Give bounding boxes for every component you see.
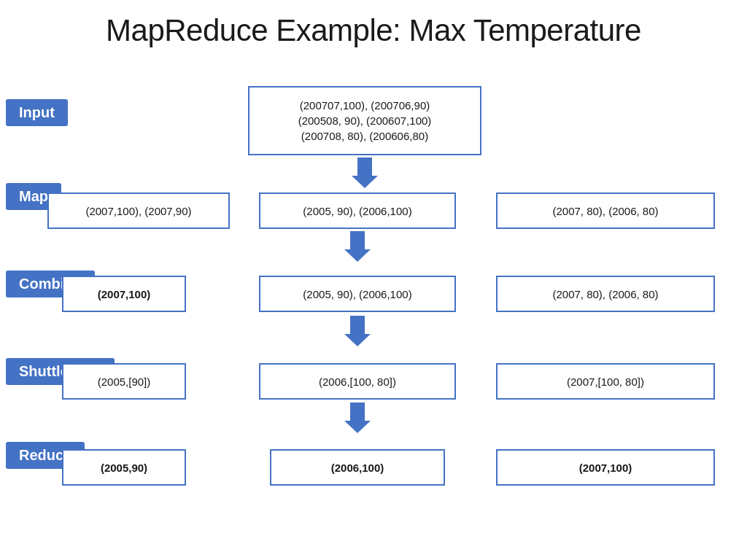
- input-data-box: (200707,100), (200706,90) (200508, 90), …: [248, 86, 481, 155]
- svg-rect-0: [357, 158, 372, 176]
- svg-marker-5: [344, 334, 371, 346]
- map-box-right: (2007, 80), (2006, 80): [496, 192, 715, 229]
- map-box-left: (2007,100), (2007,90): [47, 192, 230, 229]
- stage-input: Input: [6, 99, 68, 126]
- combine-box-center: (2005, 90), (2006,100): [259, 276, 456, 312]
- svg-rect-2: [350, 231, 365, 249]
- reduce-box-center: (2006,100): [270, 449, 445, 486]
- reduce-box-left: (2005,90): [62, 449, 186, 486]
- svg-marker-1: [352, 176, 378, 188]
- arrow-shuttle-reduce: [344, 402, 371, 433]
- page-title: MapReduce Example: Max Temperature: [0, 0, 747, 55]
- shuttle-box-left: (2005,[90]): [62, 363, 186, 400]
- svg-rect-6: [350, 402, 365, 421]
- svg-marker-7: [344, 421, 371, 433]
- combine-box-left: (2007,100): [62, 276, 186, 312]
- shuttle-box-right: (2007,[100, 80]): [496, 363, 715, 400]
- map-box-center: (2005, 90), (2006,100): [259, 192, 456, 229]
- arrow-map-combine: [344, 231, 371, 262]
- arrow-combine-shuttle: [344, 316, 371, 346]
- reduce-box-right: (2007,100): [496, 449, 715, 486]
- combine-box-right: (2007, 80), (2006, 80): [496, 276, 715, 312]
- arrow-input-map: [352, 158, 378, 188]
- shuttle-box-center: (2006,[100, 80]): [259, 363, 456, 400]
- svg-marker-3: [344, 249, 371, 262]
- svg-rect-4: [350, 316, 365, 334]
